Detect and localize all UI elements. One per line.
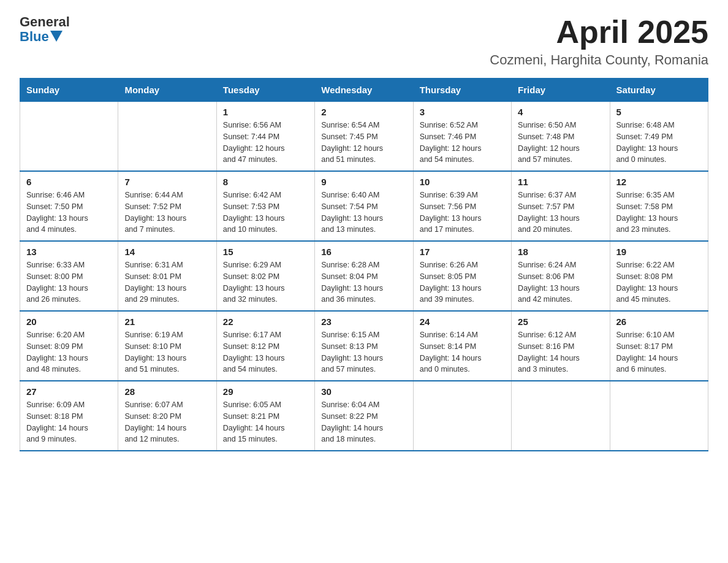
day-number: 11 — [518, 177, 603, 187]
calendar-week-row: 20Sunrise: 6:20 AM Sunset: 8:09 PM Dayli… — [20, 311, 708, 381]
day-number: 8 — [223, 177, 308, 187]
page-header: General Blue April 2025 Cozmeni, Harghit… — [20, 15, 708, 68]
day-number: 22 — [223, 316, 308, 327]
calendar-cell: 17Sunrise: 6:26 AM Sunset: 8:05 PM Dayli… — [413, 241, 511, 311]
calendar-cell: 9Sunrise: 6:40 AM Sunset: 7:54 PM Daylig… — [315, 171, 413, 241]
day-number: 4 — [518, 107, 603, 117]
calendar-cell: 11Sunrise: 6:37 AM Sunset: 7:57 PM Dayli… — [512, 171, 610, 241]
day-info: Sunrise: 6:28 AM Sunset: 8:04 PM Dayligh… — [321, 259, 406, 305]
day-of-week-header: Friday — [512, 79, 610, 102]
calendar-cell: 28Sunrise: 6:07 AM Sunset: 8:20 PM Dayli… — [118, 381, 216, 451]
calendar-cell: 3Sunrise: 6:52 AM Sunset: 7:46 PM Daylig… — [413, 102, 511, 172]
day-info: Sunrise: 6:29 AM Sunset: 8:02 PM Dayligh… — [223, 259, 308, 305]
calendar-week-row: 27Sunrise: 6:09 AM Sunset: 8:18 PM Dayli… — [20, 381, 708, 451]
day-info: Sunrise: 6:56 AM Sunset: 7:44 PM Dayligh… — [223, 120, 308, 166]
day-info: Sunrise: 6:24 AM Sunset: 8:06 PM Dayligh… — [518, 259, 603, 305]
day-info: Sunrise: 6:40 AM Sunset: 7:54 PM Dayligh… — [321, 190, 406, 236]
day-info: Sunrise: 6:19 AM Sunset: 8:10 PM Dayligh… — [124, 329, 210, 375]
day-info: Sunrise: 6:22 AM Sunset: 8:08 PM Dayligh… — [616, 259, 702, 305]
day-info: Sunrise: 6:15 AM Sunset: 8:13 PM Dayligh… — [321, 329, 406, 375]
day-number: 24 — [420, 316, 505, 327]
logo-blue-text: Blue — [20, 29, 49, 44]
page-title: April 2025 — [490, 15, 708, 50]
day-number: 27 — [26, 386, 112, 397]
title-block: April 2025 Cozmeni, Harghita County, Rom… — [490, 15, 708, 68]
calendar-cell: 2Sunrise: 6:54 AM Sunset: 7:45 PM Daylig… — [315, 102, 413, 172]
calendar-cell: 13Sunrise: 6:33 AM Sunset: 8:00 PM Dayli… — [20, 241, 118, 311]
day-number: 10 — [420, 177, 505, 187]
day-number: 21 — [124, 316, 210, 327]
calendar-week-row: 1Sunrise: 6:56 AM Sunset: 7:44 PM Daylig… — [20, 102, 708, 172]
day-number: 23 — [321, 316, 406, 327]
svg-marker-0 — [50, 31, 63, 42]
day-number: 5 — [616, 107, 702, 117]
calendar-cell — [413, 381, 511, 451]
day-of-week-header: Wednesday — [315, 79, 413, 102]
calendar-cell: 18Sunrise: 6:24 AM Sunset: 8:06 PM Dayli… — [512, 241, 610, 311]
calendar-cell: 7Sunrise: 6:44 AM Sunset: 7:52 PM Daylig… — [118, 171, 216, 241]
day-number: 25 — [518, 316, 603, 327]
calendar-week-row: 13Sunrise: 6:33 AM Sunset: 8:00 PM Dayli… — [20, 241, 708, 311]
day-info: Sunrise: 6:46 AM Sunset: 7:50 PM Dayligh… — [26, 190, 112, 236]
day-info: Sunrise: 6:35 AM Sunset: 7:58 PM Dayligh… — [616, 190, 702, 236]
day-of-week-header: Tuesday — [216, 79, 314, 102]
day-number: 26 — [616, 316, 702, 327]
calendar-cell: 27Sunrise: 6:09 AM Sunset: 8:18 PM Dayli… — [20, 381, 118, 451]
calendar-cell: 20Sunrise: 6:20 AM Sunset: 8:09 PM Dayli… — [20, 311, 118, 381]
calendar-cell: 19Sunrise: 6:22 AM Sunset: 8:08 PM Dayli… — [610, 241, 708, 311]
day-info: Sunrise: 6:17 AM Sunset: 8:12 PM Dayligh… — [223, 329, 308, 375]
calendar-cell: 5Sunrise: 6:48 AM Sunset: 7:49 PM Daylig… — [610, 102, 708, 172]
header-row: SundayMondayTuesdayWednesdayThursdayFrid… — [20, 79, 708, 102]
calendar-cell — [512, 381, 610, 451]
calendar-cell: 21Sunrise: 6:19 AM Sunset: 8:10 PM Dayli… — [118, 311, 216, 381]
logo-triangle-icon — [50, 31, 63, 43]
logo: General Blue — [20, 15, 70, 44]
day-info: Sunrise: 6:20 AM Sunset: 8:09 PM Dayligh… — [26, 329, 112, 375]
day-number: 30 — [321, 386, 406, 397]
day-info: Sunrise: 6:50 AM Sunset: 7:48 PM Dayligh… — [518, 120, 603, 166]
day-info: Sunrise: 6:26 AM Sunset: 8:05 PM Dayligh… — [420, 259, 505, 305]
calendar-cell: 16Sunrise: 6:28 AM Sunset: 8:04 PM Dayli… — [315, 241, 413, 311]
calendar-body: 1Sunrise: 6:56 AM Sunset: 7:44 PM Daylig… — [20, 102, 708, 451]
day-info: Sunrise: 6:31 AM Sunset: 8:01 PM Dayligh… — [124, 259, 210, 305]
calendar-cell: 8Sunrise: 6:42 AM Sunset: 7:53 PM Daylig… — [216, 171, 314, 241]
logo-general-text: General — [20, 15, 70, 29]
day-number: 14 — [124, 247, 210, 257]
calendar-cell: 15Sunrise: 6:29 AM Sunset: 8:02 PM Dayli… — [216, 241, 314, 311]
page-subtitle: Cozmeni, Harghita County, Romania — [490, 52, 708, 68]
day-info: Sunrise: 6:09 AM Sunset: 8:18 PM Dayligh… — [26, 399, 112, 445]
calendar-cell — [20, 102, 118, 172]
day-number: 28 — [124, 386, 210, 397]
day-info: Sunrise: 6:33 AM Sunset: 8:00 PM Dayligh… — [26, 259, 112, 305]
calendar-cell — [610, 381, 708, 451]
day-info: Sunrise: 6:10 AM Sunset: 8:17 PM Dayligh… — [616, 329, 702, 375]
day-info: Sunrise: 6:05 AM Sunset: 8:21 PM Dayligh… — [223, 399, 308, 445]
day-info: Sunrise: 6:54 AM Sunset: 7:45 PM Dayligh… — [321, 120, 406, 166]
day-number: 20 — [26, 316, 112, 327]
calendar-cell: 25Sunrise: 6:12 AM Sunset: 8:16 PM Dayli… — [512, 311, 610, 381]
day-number: 17 — [420, 247, 505, 257]
calendar-cell: 4Sunrise: 6:50 AM Sunset: 7:48 PM Daylig… — [512, 102, 610, 172]
calendar-cell: 14Sunrise: 6:31 AM Sunset: 8:01 PM Dayli… — [118, 241, 216, 311]
calendar-cell: 10Sunrise: 6:39 AM Sunset: 7:56 PM Dayli… — [413, 171, 511, 241]
calendar-cell: 30Sunrise: 6:04 AM Sunset: 8:22 PM Dayli… — [315, 381, 413, 451]
calendar-cell: 24Sunrise: 6:14 AM Sunset: 8:14 PM Dayli… — [413, 311, 511, 381]
day-info: Sunrise: 6:12 AM Sunset: 8:16 PM Dayligh… — [518, 329, 603, 375]
day-number: 29 — [223, 386, 308, 397]
day-info: Sunrise: 6:44 AM Sunset: 7:52 PM Dayligh… — [124, 190, 210, 236]
day-number: 6 — [26, 177, 112, 187]
day-of-week-header: Saturday — [610, 79, 708, 102]
calendar-week-row: 6Sunrise: 6:46 AM Sunset: 7:50 PM Daylig… — [20, 171, 708, 241]
calendar-cell: 23Sunrise: 6:15 AM Sunset: 8:13 PM Dayli… — [315, 311, 413, 381]
day-number: 16 — [321, 247, 406, 257]
day-info: Sunrise: 6:07 AM Sunset: 8:20 PM Dayligh… — [124, 399, 210, 445]
calendar-cell — [118, 102, 216, 172]
day-of-week-header: Sunday — [20, 79, 118, 102]
day-of-week-header: Thursday — [413, 79, 511, 102]
calendar-cell: 29Sunrise: 6:05 AM Sunset: 8:21 PM Dayli… — [216, 381, 314, 451]
day-number: 12 — [616, 177, 702, 187]
day-number: 1 — [223, 107, 308, 117]
day-number: 19 — [616, 247, 702, 257]
calendar-cell: 26Sunrise: 6:10 AM Sunset: 8:17 PM Dayli… — [610, 311, 708, 381]
day-info: Sunrise: 6:42 AM Sunset: 7:53 PM Dayligh… — [223, 190, 308, 236]
